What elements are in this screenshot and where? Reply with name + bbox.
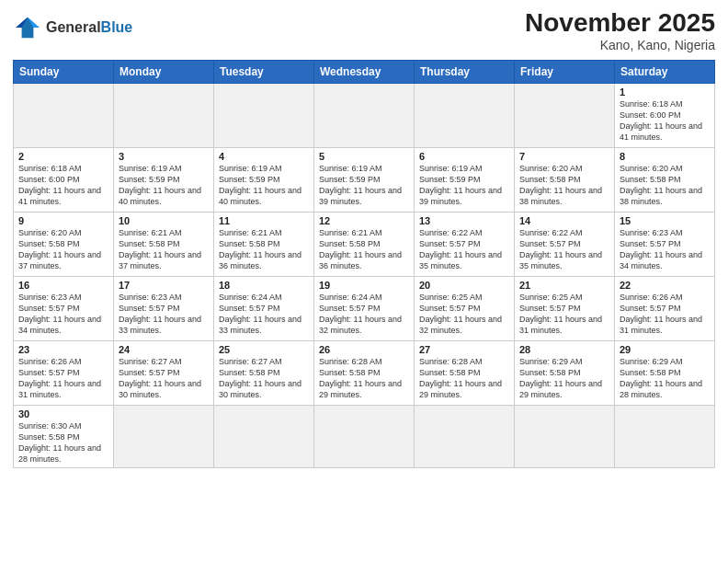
table-row: 5Sunrise: 6:19 AM Sunset: 5:59 PM Daylig…	[314, 147, 415, 212]
table-row: 1Sunrise: 6:18 AM Sunset: 6:00 PM Daylig…	[615, 83, 715, 147]
day-number: 22	[620, 280, 710, 291]
page-title: November 2025	[525, 9, 715, 38]
table-row	[114, 405, 214, 468]
day-info: Sunrise: 6:25 AM Sunset: 5:57 PM Dayligh…	[419, 292, 509, 337]
day-number: 17	[119, 280, 209, 291]
day-number: 25	[219, 344, 309, 355]
day-info: Sunrise: 6:20 AM Sunset: 5:58 PM Dayligh…	[620, 163, 710, 208]
table-row: 28Sunrise: 6:29 AM Sunset: 5:58 PM Dayli…	[515, 340, 615, 405]
day-number: 28	[519, 344, 609, 355]
header: GeneralBlue November 2025 Kano, Kano, Ni…	[13, 9, 715, 52]
day-info: Sunrise: 6:23 AM Sunset: 5:57 PM Dayligh…	[18, 292, 108, 337]
col-tuesday: Tuesday	[214, 60, 314, 83]
table-row: 9Sunrise: 6:20 AM Sunset: 5:58 PM Daylig…	[14, 212, 114, 276]
day-number: 24	[119, 344, 209, 355]
table-row	[314, 83, 415, 147]
day-info: Sunrise: 6:21 AM Sunset: 5:58 PM Dayligh…	[119, 227, 209, 272]
day-info: Sunrise: 6:28 AM Sunset: 5:58 PM Dayligh…	[319, 356, 409, 401]
table-row: 7Sunrise: 6:20 AM Sunset: 5:58 PM Daylig…	[515, 147, 615, 212]
day-number: 20	[419, 280, 509, 291]
day-info: Sunrise: 6:22 AM Sunset: 5:57 PM Dayligh…	[419, 227, 509, 272]
day-info: Sunrise: 6:20 AM Sunset: 5:58 PM Dayligh…	[18, 227, 108, 272]
day-info: Sunrise: 6:29 AM Sunset: 5:58 PM Dayligh…	[620, 356, 710, 401]
logo-general: GeneralBlue	[46, 19, 132, 36]
title-block: November 2025 Kano, Kano, Nigeria	[525, 9, 715, 52]
table-row: 15Sunrise: 6:23 AM Sunset: 5:57 PM Dayli…	[615, 212, 715, 276]
table-row	[615, 405, 715, 468]
day-number: 7	[519, 151, 609, 162]
table-row: 11Sunrise: 6:21 AM Sunset: 5:58 PM Dayli…	[214, 212, 314, 276]
table-row: 23Sunrise: 6:26 AM Sunset: 5:57 PM Dayli…	[14, 340, 114, 405]
day-number: 23	[18, 344, 108, 355]
table-row	[214, 83, 314, 147]
day-info: Sunrise: 6:19 AM Sunset: 5:59 PM Dayligh…	[119, 163, 209, 208]
col-monday: Monday	[114, 60, 214, 83]
day-info: Sunrise: 6:23 AM Sunset: 5:57 PM Dayligh…	[620, 227, 710, 272]
table-row: 2Sunrise: 6:18 AM Sunset: 6:00 PM Daylig…	[14, 147, 114, 212]
table-row: 17Sunrise: 6:23 AM Sunset: 5:57 PM Dayli…	[114, 276, 214, 340]
day-info: Sunrise: 6:24 AM Sunset: 5:57 PM Dayligh…	[319, 292, 409, 337]
day-number: 21	[519, 280, 609, 291]
page: GeneralBlue November 2025 Kano, Kano, Ni…	[0, 0, 728, 563]
day-number: 16	[18, 280, 108, 291]
day-info: Sunrise: 6:30 AM Sunset: 5:58 PM Dayligh…	[18, 420, 108, 465]
table-row	[114, 83, 214, 147]
day-number: 3	[119, 151, 209, 162]
table-row: 4Sunrise: 6:19 AM Sunset: 5:59 PM Daylig…	[214, 147, 314, 212]
day-number: 29	[620, 344, 710, 355]
day-number: 30	[18, 408, 108, 419]
table-row: 27Sunrise: 6:28 AM Sunset: 5:58 PM Dayli…	[415, 340, 515, 405]
table-row: 21Sunrise: 6:25 AM Sunset: 5:57 PM Dayli…	[515, 276, 615, 340]
day-number: 6	[419, 151, 509, 162]
day-info: Sunrise: 6:20 AM Sunset: 5:58 PM Dayligh…	[519, 163, 609, 208]
table-row	[415, 83, 515, 147]
day-number: 18	[219, 280, 309, 291]
day-info: Sunrise: 6:27 AM Sunset: 5:57 PM Dayligh…	[119, 356, 209, 401]
day-number: 15	[620, 215, 710, 226]
table-row: 30Sunrise: 6:30 AM Sunset: 5:58 PM Dayli…	[14, 405, 114, 468]
table-row: 25Sunrise: 6:27 AM Sunset: 5:58 PM Dayli…	[214, 340, 314, 405]
calendar-table: Sunday Monday Tuesday Wednesday Thursday…	[13, 60, 715, 469]
day-number: 19	[319, 280, 409, 291]
day-number: 12	[319, 215, 409, 226]
day-info: Sunrise: 6:29 AM Sunset: 5:58 PM Dayligh…	[519, 356, 609, 401]
day-info: Sunrise: 6:19 AM Sunset: 5:59 PM Dayligh…	[419, 163, 509, 208]
day-number: 13	[419, 215, 509, 226]
table-row: 8Sunrise: 6:20 AM Sunset: 5:58 PM Daylig…	[615, 147, 715, 212]
logo-text: GeneralBlue	[46, 19, 132, 36]
table-row	[314, 405, 415, 468]
col-friday: Friday	[515, 60, 615, 83]
day-number: 10	[119, 215, 209, 226]
col-wednesday: Wednesday	[314, 60, 415, 83]
logo: GeneralBlue	[13, 13, 132, 42]
table-row: 12Sunrise: 6:21 AM Sunset: 5:58 PM Dayli…	[314, 212, 415, 276]
day-number: 14	[519, 215, 609, 226]
day-number: 1	[620, 86, 710, 98]
table-row: 29Sunrise: 6:29 AM Sunset: 5:58 PM Dayli…	[615, 340, 715, 405]
day-number: 26	[319, 344, 409, 355]
day-number: 9	[18, 215, 108, 226]
day-number: 27	[419, 344, 509, 355]
day-info: Sunrise: 6:28 AM Sunset: 5:58 PM Dayligh…	[419, 356, 509, 401]
day-number: 11	[219, 215, 309, 226]
day-number: 5	[319, 151, 409, 162]
table-row: 16Sunrise: 6:23 AM Sunset: 5:57 PM Dayli…	[14, 276, 114, 340]
table-row: 10Sunrise: 6:21 AM Sunset: 5:58 PM Dayli…	[114, 212, 214, 276]
table-row	[415, 405, 515, 468]
table-row: 20Sunrise: 6:25 AM Sunset: 5:57 PM Dayli…	[415, 276, 515, 340]
table-row: 18Sunrise: 6:24 AM Sunset: 5:57 PM Dayli…	[214, 276, 314, 340]
day-info: Sunrise: 6:19 AM Sunset: 5:59 PM Dayligh…	[319, 163, 409, 208]
day-number: 4	[219, 151, 309, 162]
calendar-header-row: Sunday Monday Tuesday Wednesday Thursday…	[14, 60, 715, 83]
table-row: 24Sunrise: 6:27 AM Sunset: 5:57 PM Dayli…	[114, 340, 214, 405]
day-info: Sunrise: 6:18 AM Sunset: 6:00 PM Dayligh…	[18, 163, 108, 208]
page-subtitle: Kano, Kano, Nigeria	[525, 38, 715, 52]
table-row	[515, 83, 615, 147]
table-row: 13Sunrise: 6:22 AM Sunset: 5:57 PM Dayli…	[415, 212, 515, 276]
day-info: Sunrise: 6:21 AM Sunset: 5:58 PM Dayligh…	[219, 227, 309, 272]
table-row: 6Sunrise: 6:19 AM Sunset: 5:59 PM Daylig…	[415, 147, 515, 212]
day-info: Sunrise: 6:26 AM Sunset: 5:57 PM Dayligh…	[18, 356, 108, 401]
day-info: Sunrise: 6:23 AM Sunset: 5:57 PM Dayligh…	[119, 292, 209, 337]
day-info: Sunrise: 6:19 AM Sunset: 5:59 PM Dayligh…	[219, 163, 309, 208]
day-info: Sunrise: 6:21 AM Sunset: 5:58 PM Dayligh…	[319, 227, 409, 272]
